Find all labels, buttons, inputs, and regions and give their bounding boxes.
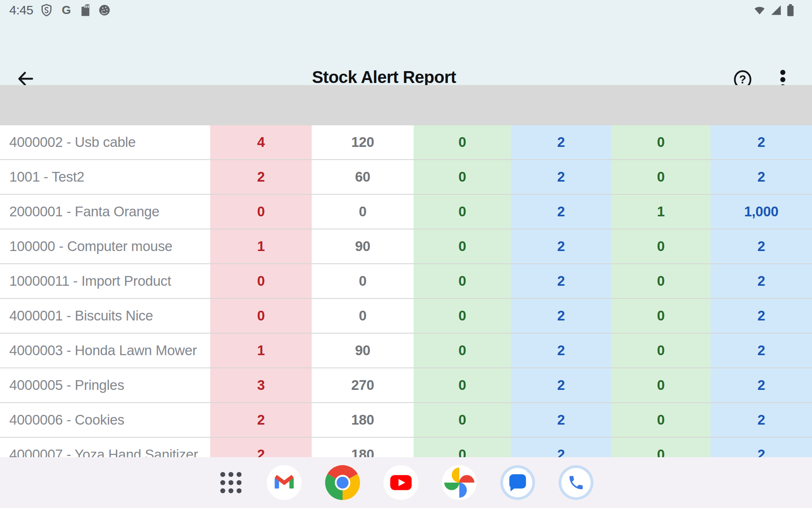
phone-icon[interactable] <box>557 464 595 502</box>
reorder-month-cell: 0 <box>611 264 710 298</box>
reorder-amount-month-cell: 2 <box>710 264 812 298</box>
table-row[interactable]: 4000003 - Honda Lawn Mower1900202 <box>0 334 812 368</box>
gmail-icon[interactable] <box>265 464 303 502</box>
top-area: 4:45 G <box>0 0 812 85</box>
product-cell: 10000011 - Import Product <box>0 264 210 298</box>
shield-icon <box>41 4 52 17</box>
days-left-cell: 0 <box>312 264 414 298</box>
reorder-15days-cell: 0 <box>414 160 511 194</box>
table-row[interactable]: 4000001 - Biscuits Nice000202 <box>0 299 812 334</box>
reorder-month-cell: 0 <box>611 368 710 402</box>
days-left-cell: 120 <box>312 125 414 159</box>
product-cell: 4000003 - Honda Lawn Mower <box>0 334 210 367</box>
days-left-cell: 270 <box>312 368 414 402</box>
battery-icon <box>786 3 795 17</box>
reorder-amount-month-cell: 2 <box>710 299 812 333</box>
reorder-15days-cell: 0 <box>414 403 511 437</box>
table-header: Product Current Stock Days Left Instock … <box>0 85 812 125</box>
reorder-amount-month-cell: 2 <box>710 229 812 263</box>
table-row[interactable]: 4000006 - Cookies21800202 <box>0 403 812 438</box>
product-cell: 4000002 - Usb cable <box>0 125 210 159</box>
days-left-cell: 90 <box>312 229 414 263</box>
current-stock-cell: 2 <box>210 438 312 457</box>
current-stock-cell: 4 <box>210 125 312 159</box>
messages-icon[interactable] <box>499 464 537 502</box>
days-left-cell: 180 <box>312 438 414 457</box>
table-row[interactable]: 10000011 - Import Product000202 <box>0 264 812 299</box>
status-bar-left: 4:45 G <box>9 0 111 20</box>
sd-card-icon <box>80 4 91 17</box>
product-cell: 1001 - Test2 <box>0 160 210 194</box>
reorder-amount-month-cell: 1,000 <box>710 195 812 229</box>
table-row[interactable]: 100000 - Computer mouse1900202 <box>0 229 812 264</box>
reorder-month-cell: 0 <box>611 125 710 159</box>
reorder-amount-month-cell: 2 <box>710 334 812 367</box>
table-body: 4000002 - Usb cable412002021001 - Test22… <box>0 125 812 457</box>
reorder-amount-month-cell: 2 <box>710 368 812 402</box>
days-left-cell: 0 <box>312 195 414 229</box>
reorder-amount-15-cell: 2 <box>511 125 611 159</box>
app-drawer-icon[interactable] <box>217 469 245 497</box>
days-left-cell: 60 <box>312 160 414 194</box>
reorder-month-cell: 0 <box>611 160 710 194</box>
reorder-15days-cell: 0 <box>414 229 511 263</box>
current-stock-cell: 0 <box>210 264 312 298</box>
table-row[interactable]: 2000001 - Fanta Orange000211,000 <box>0 195 812 229</box>
wifi-icon <box>753 4 766 17</box>
current-stock-cell: 1 <box>210 334 312 367</box>
product-cell: 4000005 - Pringles <box>0 368 210 402</box>
youtube-icon[interactable] <box>382 464 420 502</box>
taskbar <box>0 457 812 508</box>
reorder-month-cell: 0 <box>611 438 710 457</box>
reorder-15days-cell: 0 <box>414 368 511 402</box>
reorder-month-cell: 0 <box>611 299 710 333</box>
cellular-signal-icon <box>770 4 782 17</box>
reorder-15days-cell: 0 <box>414 264 511 298</box>
table-row[interactable]: 4000002 - Usb cable41200202 <box>0 125 812 160</box>
reorder-amount-15-cell: 2 <box>511 229 611 263</box>
table-row[interactable]: 4000007 - Yoza Hand Sanitizer21800202 <box>0 438 812 457</box>
current-stock-cell: 1 <box>210 229 312 263</box>
reorder-amount-month-cell: 2 <box>710 438 812 457</box>
days-left-cell: 0 <box>312 299 414 333</box>
reorder-amount-15-cell: 2 <box>511 368 611 402</box>
days-left-cell: 90 <box>312 334 414 367</box>
current-stock-cell: 2 <box>210 403 312 437</box>
reorder-month-cell: 1 <box>611 195 710 229</box>
reorder-amount-15-cell: 2 <box>511 195 611 229</box>
product-cell: 2000001 - Fanta Orange <box>0 195 210 229</box>
product-cell: 4000007 - Yoza Hand Sanitizer <box>0 438 210 457</box>
reorder-amount-15-cell: 2 <box>511 438 611 457</box>
photos-icon[interactable] <box>440 464 478 502</box>
table-row[interactable]: 1001 - Test22600202 <box>0 160 812 195</box>
svg-text:G: G <box>62 4 71 17</box>
days-left-cell: 180 <box>312 403 414 437</box>
clock: 4:45 <box>9 3 33 17</box>
status-bar-right <box>753 0 795 20</box>
app-bar: Stock Alert Report ? <box>0 20 812 85</box>
reorder-amount-month-cell: 2 <box>710 160 812 194</box>
reorder-month-cell: 0 <box>611 403 710 437</box>
reorder-amount-month-cell: 2 <box>710 403 812 437</box>
reorder-amount-15-cell: 2 <box>511 299 611 333</box>
current-stock-cell: 0 <box>210 299 312 333</box>
reorder-15days-cell: 0 <box>414 195 511 229</box>
current-stock-cell: 0 <box>210 195 312 229</box>
product-cell: 100000 - Computer mouse <box>0 229 210 263</box>
reorder-amount-15-cell: 2 <box>511 160 611 194</box>
product-cell: 4000006 - Cookies <box>0 403 210 437</box>
reorder-month-cell: 0 <box>611 229 710 263</box>
reorder-15days-cell: 0 <box>414 334 511 367</box>
reorder-amount-15-cell: 2 <box>511 264 611 298</box>
table-row[interactable]: 4000005 - Pringles32700202 <box>0 368 812 403</box>
status-bar: 4:45 G <box>0 0 812 20</box>
reorder-amount-month-cell: 2 <box>710 125 812 159</box>
current-stock-cell: 3 <box>210 368 312 402</box>
reorder-amount-15-cell: 2 <box>511 403 611 437</box>
reorder-15days-cell: 0 <box>414 438 511 457</box>
svg-text:?: ? <box>739 73 746 86</box>
reorder-15days-cell: 0 <box>414 125 511 159</box>
chrome-icon[interactable] <box>324 464 362 502</box>
page-title: Stock Alert Report <box>312 68 456 87</box>
current-stock-cell: 2 <box>210 160 312 194</box>
